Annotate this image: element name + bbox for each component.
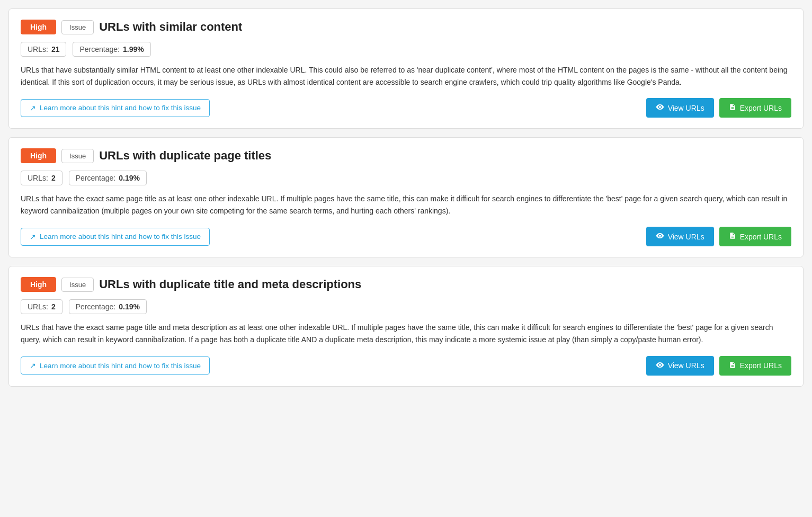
card-header-duplicate-titles: High Issue URLs with duplicate page titl… bbox=[21, 148, 791, 163]
external-link-icon: ↗ bbox=[30, 361, 36, 370]
urls-value: 2 bbox=[51, 302, 56, 311]
card-footer: ↗ Learn more about this hint and how to … bbox=[21, 356, 791, 376]
severity-badge: High bbox=[21, 148, 56, 163]
urls-label: URLs: bbox=[28, 302, 48, 311]
description-text: URLs that have substantially similar HTM… bbox=[21, 64, 791, 88]
export-icon bbox=[729, 232, 736, 241]
type-badge: Issue bbox=[61, 278, 94, 292]
urls-stat: URLs: 21 bbox=[21, 42, 66, 57]
card-duplicate-title-meta: High Issue URLs with duplicate title and… bbox=[8, 266, 804, 386]
percentage-stat: Percentage: 0.19% bbox=[69, 299, 147, 314]
export-icon bbox=[729, 103, 736, 112]
learn-more-link[interactable]: ↗ Learn more about this hint and how to … bbox=[21, 356, 210, 375]
description-text: URLs that have the exact same page title… bbox=[21, 322, 791, 346]
percentage-label: Percentage: bbox=[76, 302, 116, 311]
stats-row: URLs: 2 Percentage: 0.19% bbox=[21, 171, 791, 185]
view-urls-button[interactable]: View URLs bbox=[646, 227, 714, 246]
learn-more-text: Learn more about this hint and how to fi… bbox=[40, 104, 201, 112]
percentage-label: Percentage: bbox=[79, 45, 120, 54]
percentage-value: 0.19% bbox=[119, 174, 140, 182]
view-urls-label: View URLs bbox=[668, 361, 704, 370]
export-icon bbox=[729, 361, 736, 370]
export-urls-label: Export URLs bbox=[740, 104, 782, 112]
card-header-duplicate-title-meta: High Issue URLs with duplicate title and… bbox=[21, 277, 791, 292]
type-badge: Issue bbox=[61, 20, 94, 34]
export-urls-label: Export URLs bbox=[740, 233, 782, 241]
export-urls-button[interactable]: Export URLs bbox=[719, 98, 791, 118]
percentage-stat: Percentage: 1.99% bbox=[73, 42, 150, 57]
urls-label: URLs: bbox=[28, 45, 48, 54]
severity-badge: High bbox=[21, 20, 56, 34]
stats-row: URLs: 2 Percentage: 0.19% bbox=[21, 299, 791, 314]
eye-icon bbox=[656, 103, 664, 113]
card-footer: ↗ Learn more about this hint and how to … bbox=[21, 227, 791, 246]
severity-badge: High bbox=[21, 277, 56, 292]
learn-more-text: Learn more about this hint and how to fi… bbox=[40, 362, 201, 370]
percentage-label: Percentage: bbox=[76, 174, 116, 182]
learn-more-link[interactable]: ↗ Learn more about this hint and how to … bbox=[21, 99, 210, 117]
percentage-value: 0.19% bbox=[119, 302, 140, 311]
view-urls-label: View URLs bbox=[668, 104, 704, 112]
learn-more-text: Learn more about this hint and how to fi… bbox=[40, 233, 201, 240]
card-similar-content: High Issue URLs with similar content URL… bbox=[8, 8, 804, 129]
urls-stat: URLs: 2 bbox=[21, 299, 63, 314]
percentage-stat: Percentage: 0.19% bbox=[69, 171, 147, 185]
percentage-value: 1.99% bbox=[123, 45, 144, 54]
action-buttons: View URLs Export URLs bbox=[646, 356, 791, 376]
card-footer: ↗ Learn more about this hint and how to … bbox=[21, 98, 791, 118]
stats-row: URLs: 21 Percentage: 1.99% bbox=[21, 42, 791, 57]
eye-icon bbox=[656, 231, 664, 242]
export-urls-button[interactable]: Export URLs bbox=[719, 227, 791, 246]
learn-more-link[interactable]: ↗ Learn more about this hint and how to … bbox=[21, 228, 210, 246]
urls-value: 2 bbox=[51, 174, 56, 182]
export-urls-label: Export URLs bbox=[740, 361, 782, 370]
action-buttons: View URLs Export URLs bbox=[646, 98, 791, 118]
action-buttons: View URLs Export URLs bbox=[646, 227, 791, 246]
urls-stat: URLs: 2 bbox=[21, 171, 63, 185]
external-link-icon: ↗ bbox=[30, 104, 36, 112]
card-duplicate-titles: High Issue URLs with duplicate page titl… bbox=[8, 137, 804, 257]
card-title: URLs with duplicate page titles bbox=[99, 149, 271, 163]
card-header-similar-content: High Issue URLs with similar content bbox=[21, 20, 791, 34]
view-urls-button[interactable]: View URLs bbox=[646, 356, 714, 376]
export-urls-button[interactable]: Export URLs bbox=[719, 356, 791, 376]
view-urls-label: View URLs bbox=[668, 233, 704, 241]
description-text: URLs that have the exact same page title… bbox=[21, 193, 791, 217]
card-title: URLs with similar content bbox=[99, 20, 242, 34]
view-urls-button[interactable]: View URLs bbox=[646, 98, 714, 118]
eye-icon bbox=[656, 361, 664, 371]
card-title: URLs with duplicate title and meta descr… bbox=[99, 278, 361, 291]
urls-label: URLs: bbox=[28, 174, 48, 182]
urls-value: 21 bbox=[51, 45, 60, 54]
external-link-icon: ↗ bbox=[30, 233, 36, 241]
type-badge: Issue bbox=[61, 149, 94, 163]
